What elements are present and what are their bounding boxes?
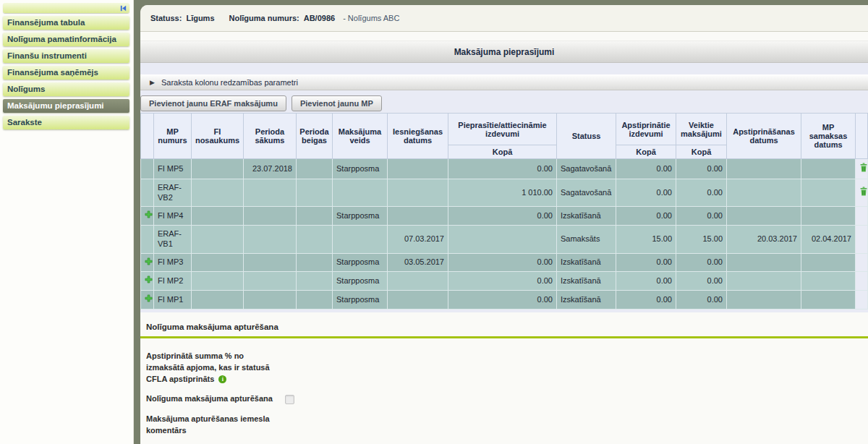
cell-fi-nosaukums — [192, 207, 244, 226]
mp-table-head: MP numurs FI nosaukums Perioda sākums Pe… — [141, 114, 868, 159]
sidebar-item-nol-guma-pamatinform-cija[interactable]: Nolīguma pamatinformācija — [3, 33, 129, 46]
status-bar: Statuss: Līgums Nolīguma numurs: AB/0986… — [140, 5, 868, 32]
sidebar-item-maks-jumu-piepras-jumi[interactable]: Maksājumu pieprasījumi — [3, 99, 129, 113]
cell-maksajuma-veids — [333, 226, 388, 254]
gutter-cell — [856, 272, 868, 291]
cell-veiktie-kopa: 0.00 — [676, 159, 727, 179]
cell-mp-numurs: ERAF-VB2 — [154, 179, 192, 207]
delete-row-button[interactable] — [856, 159, 868, 179]
col-header-expand — [141, 114, 154, 159]
col-header-delete — [856, 114, 868, 159]
content-panel: Statuss: Līgums Nolīguma numurs: AB/0986… — [140, 5, 868, 444]
gutter-cell — [856, 253, 868, 272]
cell-pieprasitie-kopa: 0.00 — [448, 207, 557, 226]
cell-maksajuma-veids — [333, 179, 388, 207]
info-icon[interactable]: i — [218, 375, 226, 383]
cell-apstiprinatie-kopa: 0.00 — [616, 179, 676, 207]
expand-cell — [141, 179, 154, 207]
table-row: FI MP4Starpposma0.00Izskatīšanā0.000.00 — [141, 207, 868, 226]
cell-statuss: Izskatīšanā — [557, 291, 616, 309]
cell-perioda-sakums — [244, 272, 297, 291]
gutter-cell — [856, 207, 868, 226]
plus-icon — [145, 210, 153, 218]
sidebar: Finansējuma tabulaNolīguma pamatinformāc… — [0, 0, 134, 444]
suspension-checkbox[interactable] — [285, 395, 294, 404]
contract-number-value: AB/0986 — [304, 14, 335, 22]
sidebar-item-nol-gums[interactable]: Nolīgums — [3, 82, 129, 96]
add-eraf-payment-button[interactable]: Pievienot jaunu ERAF maksājumu — [140, 95, 286, 111]
cell-mp-samaksas-datums — [801, 253, 856, 272]
sidebar-item-sarakste[interactable]: Sarakste — [3, 116, 129, 129]
cell-fi-nosaukums — [192, 291, 244, 309]
subheader-kopa-pieprasitie: Kopā — [448, 145, 557, 159]
suspension-section: Nolīguma maksājuma apturēšana Apstiprinā… — [140, 312, 868, 444]
cell-fi-nosaukums — [192, 179, 244, 207]
triangle-right-icon: ▶ — [150, 80, 155, 86]
cell-mp-numurs: FI MP2 — [154, 272, 192, 291]
cell-apstiprinatie-kopa: 0.00 — [616, 159, 676, 179]
mp-table-body: FI MP523.07.2018Starpposma0.00Sagatavoša… — [141, 159, 868, 309]
cell-maksajuma-veids: Starpposma — [333, 291, 388, 309]
cell-iesniegsanas-datums — [388, 159, 448, 179]
suspension-fields: Apstiprinātā summa % no izmaksātā apjoma… — [140, 338, 868, 444]
cell-pieprasitie-kopa: 1 010.00 — [448, 179, 557, 207]
status-label: Statuss: — [150, 14, 182, 22]
cell-iesniegsanas-datums — [388, 207, 448, 226]
col-header-veiktie: Veiktie maksājumi — [676, 114, 727, 145]
cell-mp-numurs: FI MP3 — [154, 253, 192, 272]
expand-row-button[interactable] — [141, 253, 154, 272]
table-row: ERAF-VB107.03.2017Samaksāts15.0015.0020.… — [141, 226, 868, 254]
expand-row-button[interactable] — [141, 207, 154, 226]
sidebar-item-finans-juma-tabula[interactable]: Finansējuma tabula — [3, 16, 129, 30]
cell-iesniegsanas-datums: 03.05.2017 — [388, 253, 448, 272]
add-mp-button[interactable]: Pievienot jaunu MP — [292, 95, 382, 111]
cell-apstiprinasanas-datums — [727, 159, 801, 179]
col-header-perioda-beigas: Perioda beigas — [297, 114, 333, 159]
cell-pieprasitie-kopa: 0.00 — [448, 253, 557, 272]
cell-perioda-beigas — [297, 226, 333, 254]
gutter-cell — [856, 226, 868, 254]
col-header-mp-samaksas-datums: MP samaksas datums — [801, 114, 856, 159]
column-visibility-toggle[interactable]: ▶ Saraksta kolonu redzamības parametri — [140, 74, 868, 90]
sidebar-item-finans-juma-sa-m-js[interactable]: Finansējuma saņēmējs — [3, 66, 129, 80]
col-header-fi-nosaukums: FI nosaukums — [192, 114, 244, 159]
trash-icon — [859, 163, 868, 172]
comment-field: Maksājuma apturēšanas iemesla komentārs — [146, 414, 868, 437]
expand-row-button[interactable] — [141, 272, 154, 291]
cell-apstiprinasanas-datums — [727, 291, 801, 309]
cell-mp-numurs: FI MP5 — [154, 159, 192, 179]
sidebar-item-finan-u-instrumenti[interactable]: Finanšu instrumenti — [3, 49, 129, 63]
expand-row-button[interactable] — [141, 291, 154, 309]
cell-apstiprinasanas-datums — [727, 207, 801, 226]
delete-row-button[interactable] — [856, 179, 868, 207]
approved-sum-value — [276, 351, 285, 385]
cell-pieprasitie-kopa: 0.00 — [448, 272, 557, 291]
cell-fi-nosaukums — [192, 272, 244, 291]
approved-sum-label: Apstiprinātā summa % no izmaksātā apjoma… — [146, 351, 276, 385]
cell-veiktie-kopa: 15.00 — [676, 226, 727, 254]
cell-maksajuma-veids: Starpposma — [333, 253, 388, 272]
contract-number-label: Nolīguma numurs: — [229, 14, 299, 22]
page-title: Maksājuma pieprasījumi — [140, 40, 868, 63]
cell-statuss: Izskatīšanā — [557, 272, 616, 291]
sidebar-collapse-button[interactable] — [3, 3, 129, 13]
suspension-checkbox-label: Nolīguma maksājuma apturēšana — [146, 393, 276, 406]
cell-perioda-sakums — [244, 179, 297, 207]
collapse-sidebar-icon — [119, 4, 127, 12]
table-row: FI MP3Starpposma03.05.20170.00Izskatīšan… — [141, 253, 868, 272]
cell-mp-samaksas-datums — [801, 291, 856, 309]
contract-name: - Nolīgums ABC — [343, 14, 399, 22]
cell-maksajuma-veids: Starpposma — [333, 159, 388, 179]
cell-veiktie-kopa: 0.00 — [676, 207, 727, 226]
cell-pieprasitie-kopa: 0.00 — [448, 159, 557, 179]
col-header-apstiprinasanas-datums: Apstiprināšanas datums — [727, 114, 801, 159]
cell-perioda-sakums: 23.07.2018 — [244, 159, 297, 179]
cell-apstiprinatie-kopa: 15.00 — [616, 226, 676, 254]
cell-fi-nosaukums — [192, 253, 244, 272]
cell-veiktie-kopa: 0.00 — [676, 291, 727, 309]
cell-veiktie-kopa: 0.00 — [676, 179, 727, 207]
cell-apstiprinasanas-datums — [727, 253, 801, 272]
cell-apstiprinasanas-datums: 20.03.2017 — [727, 226, 801, 254]
cell-statuss: Sagatavošanā — [557, 159, 616, 179]
cell-mp-numurs: FI MP4 — [154, 207, 192, 226]
